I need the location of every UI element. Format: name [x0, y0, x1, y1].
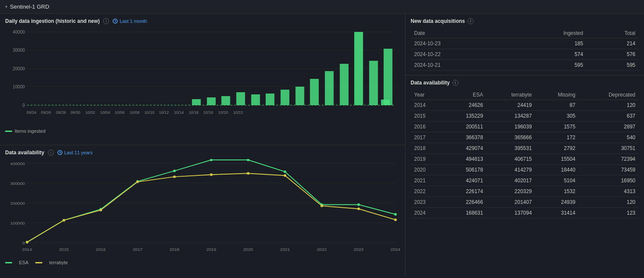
avail-esa: 506178: [443, 165, 487, 175]
avail-year: 2015: [411, 111, 443, 122]
line-chart-legend: ESA terrabyte: [5, 260, 400, 265]
svg-point-68: [173, 169, 176, 172]
table-row: 2024-10-22 574 576: [411, 49, 639, 60]
avail-deprecated: 120: [579, 197, 639, 208]
avail-deprecated: 637: [579, 111, 639, 122]
legend-label-esa: ESA: [19, 260, 28, 265]
avail-deprecated: 120: [579, 100, 639, 111]
svg-text:100000: 100000: [10, 221, 25, 225]
legend-dot-ingested: [5, 131, 12, 132]
svg-point-85: [394, 219, 397, 221]
svg-text:10/10: 10/10: [145, 110, 154, 115]
avail-esa: 168631: [443, 208, 487, 219]
svg-rect-23: [192, 99, 201, 105]
svg-text:09/26: 09/26: [41, 110, 51, 115]
table-row: 2016 200511 196039 1575 2897: [411, 122, 639, 132]
availability-title: Data availability: [411, 80, 450, 86]
table-row: 2023 226466 201407 24939 120: [411, 197, 639, 208]
acq-total: 214: [587, 38, 639, 49]
svg-text:2017: 2017: [133, 247, 143, 252]
svg-point-78: [136, 181, 139, 183]
acq-ingested: 574: [508, 49, 587, 60]
svg-rect-37: [381, 100, 390, 105]
svg-text:10/08: 10/08: [129, 110, 139, 115]
avail-year: 2018: [411, 143, 443, 154]
svg-rect-30: [295, 87, 304, 105]
avail-missing: 18440: [535, 165, 579, 175]
acquisitions-info-icon[interactable]: i: [468, 18, 474, 24]
line-chart: 400000 300000 200000 100000 0: [5, 159, 400, 258]
avail-missing: 172: [535, 132, 579, 143]
svg-rect-34: [354, 32, 363, 105]
top-chart-section: Daily data ingestion (historic and new) …: [0, 14, 405, 145]
avail-esa: 424071: [443, 175, 487, 186]
svg-point-80: [210, 173, 213, 176]
avail-tb: 414279: [487, 165, 535, 175]
avail-esa: 135229: [443, 111, 487, 122]
svg-text:2023: 2023: [354, 247, 364, 252]
avail-deprecated: 73459: [579, 165, 639, 175]
avail-tb: 406715: [487, 154, 535, 165]
svg-rect-29: [280, 90, 289, 105]
avail-deprecated: 2897: [579, 122, 639, 132]
svg-text:10/06: 10/06: [115, 110, 125, 115]
table-row: 2015 135229 134287 305 637: [411, 111, 639, 122]
svg-text:200000: 200000: [10, 201, 25, 206]
acq-date: 2024-10-22: [411, 49, 508, 60]
svg-point-79: [173, 175, 176, 178]
svg-rect-27: [251, 94, 260, 105]
avail-tb: 402017: [487, 175, 535, 186]
bottom-chart-info-icon[interactable]: i: [48, 150, 54, 156]
right-panel: New data acquisitions i Date Ingested To…: [405, 14, 644, 277]
bar-chart-legend: Items ingested: [5, 128, 400, 134]
table-row: 2019 494613 406715 15504 72394: [411, 154, 639, 165]
svg-point-75: [26, 241, 28, 244]
svg-point-81: [247, 172, 249, 175]
avail-esa: 429074: [443, 143, 487, 154]
top-chart-time-filter[interactable]: Last 1 month: [113, 19, 147, 24]
avail-deprecated: 123: [579, 208, 639, 219]
bottom-chart-time-filter[interactable]: Last 11 years: [57, 150, 93, 155]
top-chart-title: Daily data ingestion (historic and new): [5, 18, 100, 24]
svg-text:10/20: 10/20: [218, 110, 228, 115]
acq-col-date: Date: [411, 28, 508, 38]
avail-missing: 87: [535, 100, 579, 111]
svg-text:0: 0: [22, 241, 25, 245]
page-header: ▾ Sentinel-1 GRD: [0, 0, 644, 14]
svg-rect-35: [369, 61, 378, 105]
svg-text:0: 0: [22, 103, 25, 108]
acq-col-total: Total: [587, 28, 639, 38]
svg-text:300000: 300000: [10, 181, 25, 186]
top-chart-info-icon[interactable]: i: [103, 18, 109, 24]
bottom-chart-section: Data availability i Last 11 years: [0, 145, 405, 277]
acq-date: 2024-10-21: [411, 60, 508, 71]
svg-text:09/28: 09/28: [56, 110, 66, 115]
availability-info-icon[interactable]: i: [452, 80, 459, 86]
legend-label-ingested: Items ingested: [15, 128, 46, 134]
svg-text:2018: 2018: [170, 247, 179, 252]
acquisitions-title: New data acquisitions: [411, 18, 465, 24]
avail-esa: 226174: [443, 186, 487, 197]
avail-year: 2014: [411, 100, 443, 111]
chevron-icon[interactable]: ▾: [5, 4, 7, 9]
avail-year: 2019: [411, 154, 443, 165]
avail-esa: 494613: [443, 154, 487, 165]
avail-missing: 15504: [535, 154, 579, 165]
svg-point-70: [247, 159, 249, 161]
svg-text:2024: 2024: [391, 247, 400, 252]
avail-tb: 395531: [487, 143, 535, 154]
svg-text:30000: 30000: [13, 48, 25, 53]
avail-col-tb: terrabyte: [487, 90, 535, 100]
svg-text:2021: 2021: [280, 247, 290, 252]
avail-esa: 24626: [443, 100, 487, 111]
table-row: 2022 226174 220329 1532 4313: [411, 186, 639, 197]
avail-missing: 2792: [535, 143, 579, 154]
svg-point-74: [394, 213, 397, 216]
avail-tb: 134287: [487, 111, 535, 122]
line-chart-svg: 400000 300000 200000 100000 0: [5, 159, 400, 258]
avail-col-deprecated: Deprecated: [579, 90, 639, 100]
acq-total: 595: [587, 60, 639, 71]
avail-tb: 365666: [487, 132, 535, 143]
new-acquisitions-section: New data acquisitions i Date Ingested To…: [405, 14, 644, 75]
acq-col-ingested: Ingested: [508, 28, 587, 38]
